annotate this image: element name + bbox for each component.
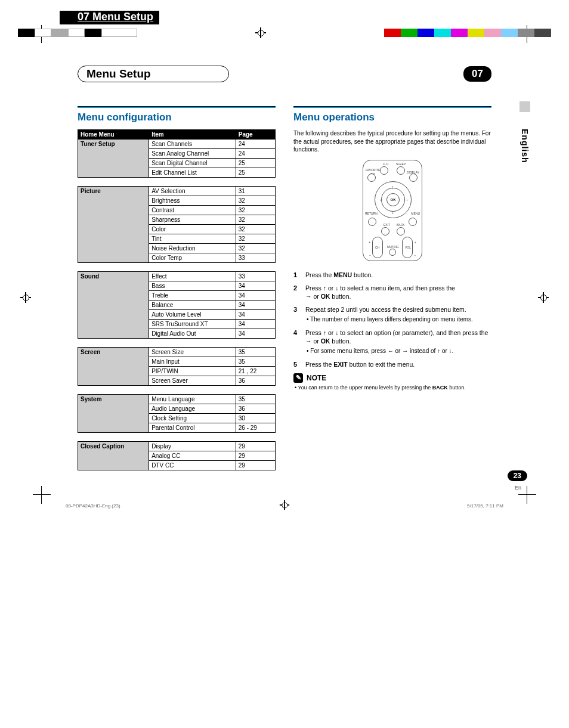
page-cell: 24 xyxy=(236,140,275,149)
step-3: Repeat step 2 until you access the desir… xyxy=(293,305,491,324)
remote-btn xyxy=(380,166,388,175)
note-text: • You can return to the upper menu level… xyxy=(293,385,491,391)
item-cell: Auto Volume Level xyxy=(149,310,236,320)
item-cell: Balance xyxy=(149,301,236,310)
item-cell: Parental Control xyxy=(149,423,236,433)
page-cell: 29 xyxy=(236,461,275,470)
plus-icon: + xyxy=(415,240,416,244)
item-cell: Contrast xyxy=(149,206,236,215)
item-cell: Treble xyxy=(149,291,236,301)
registration-mark-left xyxy=(20,292,31,303)
remote-label-exit: EXIT xyxy=(384,223,390,227)
page-cell: 36 xyxy=(236,404,275,414)
remote-label-favorite: FAVORITE xyxy=(366,168,380,172)
remote-label-menu: MENU xyxy=(411,212,420,215)
step-4-sub: • For some menu items, press ← or → inst… xyxy=(305,347,491,355)
menu-table: Sound Effect 33 Bass 34 Treble 34 Balanc… xyxy=(78,271,276,339)
page-cell: 34 xyxy=(236,329,275,339)
page-cell: 32 xyxy=(236,225,275,234)
left-column: Menu configuration Home Menu Item Page T… xyxy=(78,106,276,479)
footer-left: 08-PDP42A3HD-Eng (23) xyxy=(66,503,120,509)
menu-table: Picture AV Selection 31 Brightness 32 Co… xyxy=(78,186,276,263)
arrow-right-icon: → xyxy=(404,197,409,203)
crop-mark xyxy=(33,486,51,504)
item-cell: Color xyxy=(149,225,236,234)
arrow-up-icon: ↑ xyxy=(391,185,394,190)
item-cell: Screen Saver xyxy=(149,376,236,386)
section-cell: Sound xyxy=(78,272,149,339)
menu-configuration-heading: Menu configuration xyxy=(78,111,276,123)
language-tab xyxy=(519,101,530,112)
page-cell: 34 xyxy=(236,281,275,291)
remote-label-return: RETURN xyxy=(365,212,378,215)
page-cell: 33 xyxy=(236,272,275,281)
page-cell: 34 xyxy=(236,301,275,310)
remote-btn xyxy=(367,174,376,182)
section-cell: Closed Caption xyxy=(78,442,149,470)
item-cell: Screen Size xyxy=(149,348,236,357)
page-cell: 24 xyxy=(236,149,275,159)
registration-row xyxy=(0,27,569,38)
remote-btn xyxy=(409,218,417,226)
color-bar-left xyxy=(18,29,137,37)
note-heading: ✎ NOTE xyxy=(293,373,491,383)
page-cell: 35 xyxy=(236,357,275,367)
language-sidebar: English xyxy=(519,101,530,163)
item-cell: AV Selection xyxy=(149,187,236,196)
plus-icon: + xyxy=(369,240,370,244)
step-4: Press ↑ or ↓ to select an option (or par… xyxy=(293,329,491,355)
chapter-title: Menu Setup xyxy=(78,66,229,82)
section-cell: Picture xyxy=(78,187,149,263)
item-cell: DTV CC xyxy=(149,461,236,470)
section-cell: Tuner Setup xyxy=(78,140,149,178)
minus-icon: – xyxy=(369,253,371,257)
intro-paragraph: The following describes the typical proc… xyxy=(293,129,491,154)
page-cell: 32 xyxy=(236,244,275,253)
item-cell: Main Input xyxy=(149,357,236,367)
remote-label-ch2: CH xyxy=(375,246,379,249)
page-cell: 35 xyxy=(236,395,275,404)
step-5: Press the EXIT button to exit the menu. xyxy=(293,360,491,368)
footer-right: 5/17/05, 7:11 PM xyxy=(467,503,503,509)
note-icon: ✎ xyxy=(293,373,303,383)
page-cell: 30 xyxy=(236,414,275,423)
page-cell: 25 xyxy=(236,168,275,178)
registration-mark-right xyxy=(538,292,549,303)
table-row: System Menu Language 35 xyxy=(78,395,276,404)
step-2: Press ↑ or ↓ to select a menu item, and … xyxy=(293,284,491,301)
th-home: Home Menu xyxy=(78,130,149,140)
item-cell: Noise Reduction xyxy=(149,244,236,253)
menu-table: Closed Caption Display 29 Analog CC 29 D… xyxy=(78,441,276,470)
menu-table: Home Menu Item Page Tuner Setup Scan Cha… xyxy=(78,129,276,178)
remote-btn xyxy=(368,218,376,226)
remote-label-sleep: SLEEP xyxy=(396,162,406,166)
section-bookmark: 07 Menu Setup xyxy=(60,11,159,24)
th-item: Item xyxy=(149,130,236,140)
page-cell: 34 xyxy=(236,320,275,329)
page-cell: 32 xyxy=(236,215,275,225)
item-cell: Display xyxy=(149,442,236,451)
remote-label-muting: MUTING xyxy=(387,245,399,249)
page-cell: 32 xyxy=(236,206,275,215)
arrow-down-icon: ↓ xyxy=(391,210,394,215)
item-cell: Menu Language xyxy=(149,395,236,404)
item-cell: Scan Channels xyxy=(149,140,236,149)
page-cell: 26 - 29 xyxy=(236,423,275,433)
color-bar-right xyxy=(384,29,551,37)
table-row: Picture AV Selection 31 xyxy=(78,187,276,196)
item-cell: Audio Language xyxy=(149,404,236,414)
page-number: 23 xyxy=(508,470,527,481)
item-cell: PIP/TWIN xyxy=(149,367,236,376)
page-cell: 35 xyxy=(236,348,275,357)
remote-btn xyxy=(409,174,418,182)
item-cell: Digital Audio Out xyxy=(149,329,236,339)
arrow-left-icon: ← xyxy=(379,197,384,203)
item-cell: SRS TruSurround XT xyxy=(149,320,236,329)
item-cell: Sharpness xyxy=(149,215,236,225)
page-cell: 31 xyxy=(236,187,275,196)
menu-table: System Menu Language 35 Audio Language 3… xyxy=(78,394,276,433)
section-divider xyxy=(78,106,276,108)
remote-btn xyxy=(389,249,396,256)
steps-list: Press the MENU button. Press ↑ or ↓ to s… xyxy=(293,271,491,368)
language-label: English xyxy=(520,129,530,163)
